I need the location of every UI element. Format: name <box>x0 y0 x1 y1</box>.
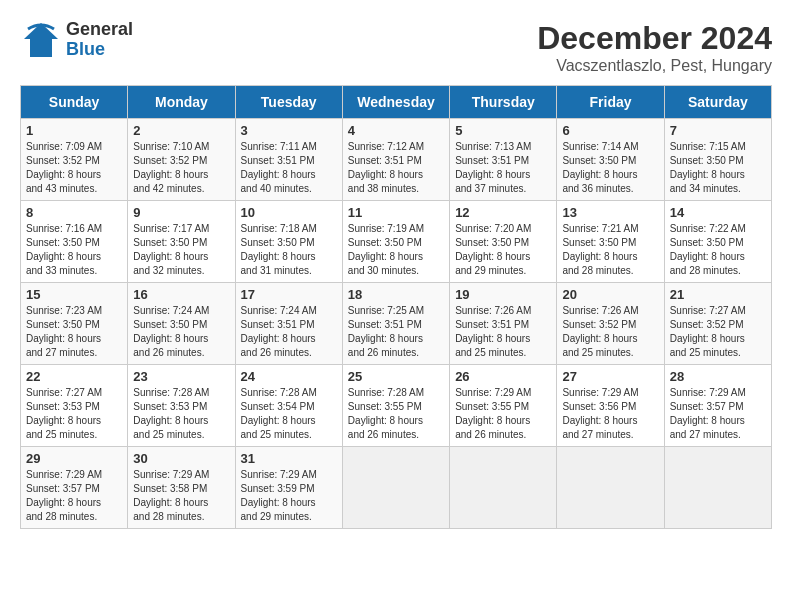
calendar-cell: 24Sunrise: 7:28 AMSunset: 3:54 PMDayligh… <box>235 365 342 447</box>
day-info-line: Sunrise: 7:15 AM <box>670 141 746 152</box>
calendar-cell: 4Sunrise: 7:12 AMSunset: 3:51 PMDaylight… <box>342 119 449 201</box>
calendar-cell: 18Sunrise: 7:25 AMSunset: 3:51 PMDayligh… <box>342 283 449 365</box>
header-row: SundayMondayTuesdayWednesdayThursdayFrid… <box>21 86 772 119</box>
day-number: 29 <box>26 451 122 466</box>
calendar-cell: 23Sunrise: 7:28 AMSunset: 3:53 PMDayligh… <box>128 365 235 447</box>
day-number: 26 <box>455 369 551 384</box>
day-info-line: Daylight: 8 hours <box>241 169 316 180</box>
day-info-line: Sunrise: 7:26 AM <box>455 305 531 316</box>
day-info-line: Sunset: 3:50 PM <box>562 155 636 166</box>
day-info-line: and 26 minutes. <box>455 429 526 440</box>
day-info-line: Daylight: 8 hours <box>670 251 745 262</box>
day-info-line: Sunset: 3:53 PM <box>26 401 100 412</box>
day-info-line: Sunrise: 7:09 AM <box>26 141 102 152</box>
day-number: 21 <box>670 287 766 302</box>
day-number: 22 <box>26 369 122 384</box>
day-info-line: Sunset: 3:51 PM <box>241 155 315 166</box>
day-info-line: and 29 minutes. <box>241 511 312 522</box>
day-info-line: Sunset: 3:52 PM <box>26 155 100 166</box>
day-content: Sunrise: 7:28 AMSunset: 3:55 PMDaylight:… <box>348 386 444 442</box>
day-info-line: Daylight: 8 hours <box>455 169 530 180</box>
calendar-cell: 2Sunrise: 7:10 AMSunset: 3:52 PMDaylight… <box>128 119 235 201</box>
day-content: Sunrise: 7:29 AMSunset: 3:58 PMDaylight:… <box>133 468 229 524</box>
day-content: Sunrise: 7:24 AMSunset: 3:50 PMDaylight:… <box>133 304 229 360</box>
day-content: Sunrise: 7:29 AMSunset: 3:57 PMDaylight:… <box>26 468 122 524</box>
logo-text: General Blue <box>66 20 133 60</box>
day-info-line: Sunset: 3:53 PM <box>133 401 207 412</box>
calendar-cell: 14Sunrise: 7:22 AMSunset: 3:50 PMDayligh… <box>664 201 771 283</box>
day-info-line: Sunset: 3:57 PM <box>670 401 744 412</box>
day-info-line: Daylight: 8 hours <box>670 415 745 426</box>
day-number: 15 <box>26 287 122 302</box>
day-content: Sunrise: 7:29 AMSunset: 3:55 PMDaylight:… <box>455 386 551 442</box>
calendar-cell: 11Sunrise: 7:19 AMSunset: 3:50 PMDayligh… <box>342 201 449 283</box>
calendar-week-2: 8Sunrise: 7:16 AMSunset: 3:50 PMDaylight… <box>21 201 772 283</box>
day-content: Sunrise: 7:26 AMSunset: 3:51 PMDaylight:… <box>455 304 551 360</box>
day-content: Sunrise: 7:11 AMSunset: 3:51 PMDaylight:… <box>241 140 337 196</box>
day-info-line: Daylight: 8 hours <box>26 497 101 508</box>
day-info-line: Daylight: 8 hours <box>241 333 316 344</box>
calendar-week-5: 29Sunrise: 7:29 AMSunset: 3:57 PMDayligh… <box>21 447 772 529</box>
header-day-tuesday: Tuesday <box>235 86 342 119</box>
day-info-line: Sunset: 3:57 PM <box>26 483 100 494</box>
day-number: 12 <box>455 205 551 220</box>
calendar-cell: 1Sunrise: 7:09 AMSunset: 3:52 PMDaylight… <box>21 119 128 201</box>
day-content: Sunrise: 7:29 AMSunset: 3:56 PMDaylight:… <box>562 386 658 442</box>
day-content: Sunrise: 7:26 AMSunset: 3:52 PMDaylight:… <box>562 304 658 360</box>
day-info-line: Sunrise: 7:29 AM <box>562 387 638 398</box>
day-content: Sunrise: 7:28 AMSunset: 3:53 PMDaylight:… <box>133 386 229 442</box>
day-info-line: Sunrise: 7:29 AM <box>26 469 102 480</box>
day-number: 6 <box>562 123 658 138</box>
day-info-line: Sunrise: 7:13 AM <box>455 141 531 152</box>
day-info-line: Sunset: 3:59 PM <box>241 483 315 494</box>
day-number: 4 <box>348 123 444 138</box>
day-info-line: Sunset: 3:55 PM <box>348 401 422 412</box>
day-content: Sunrise: 7:13 AMSunset: 3:51 PMDaylight:… <box>455 140 551 196</box>
day-info-line: Sunrise: 7:11 AM <box>241 141 317 152</box>
calendar-week-3: 15Sunrise: 7:23 AMSunset: 3:50 PMDayligh… <box>21 283 772 365</box>
calendar-table: SundayMondayTuesdayWednesdayThursdayFrid… <box>20 85 772 529</box>
calendar-cell: 5Sunrise: 7:13 AMSunset: 3:51 PMDaylight… <box>450 119 557 201</box>
day-info-line: and 26 minutes. <box>133 347 204 358</box>
day-info-line: and 25 minutes. <box>455 347 526 358</box>
day-info-line: Daylight: 8 hours <box>133 251 208 262</box>
day-info-line: Daylight: 8 hours <box>348 415 423 426</box>
day-content: Sunrise: 7:25 AMSunset: 3:51 PMDaylight:… <box>348 304 444 360</box>
day-content: Sunrise: 7:18 AMSunset: 3:50 PMDaylight:… <box>241 222 337 278</box>
day-info-line: and 28 minutes. <box>133 511 204 522</box>
calendar-cell: 9Sunrise: 7:17 AMSunset: 3:50 PMDaylight… <box>128 201 235 283</box>
calendar-cell <box>664 447 771 529</box>
day-info-line: Daylight: 8 hours <box>133 415 208 426</box>
calendar-cell: 15Sunrise: 7:23 AMSunset: 3:50 PMDayligh… <box>21 283 128 365</box>
day-info-line: Sunset: 3:50 PM <box>670 155 744 166</box>
day-info-line: Sunset: 3:51 PM <box>348 155 422 166</box>
day-content: Sunrise: 7:23 AMSunset: 3:50 PMDaylight:… <box>26 304 122 360</box>
day-info-line: and 38 minutes. <box>348 183 419 194</box>
day-number: 24 <box>241 369 337 384</box>
day-info-line: Sunrise: 7:21 AM <box>562 223 638 234</box>
day-info-line: Sunrise: 7:22 AM <box>670 223 746 234</box>
day-info-line: and 34 minutes. <box>670 183 741 194</box>
day-info-line: Sunset: 3:50 PM <box>455 237 529 248</box>
day-info-line: and 28 minutes. <box>26 511 97 522</box>
day-content: Sunrise: 7:10 AMSunset: 3:52 PMDaylight:… <box>133 140 229 196</box>
day-content: Sunrise: 7:27 AMSunset: 3:53 PMDaylight:… <box>26 386 122 442</box>
day-info-line: and 42 minutes. <box>133 183 204 194</box>
day-info-line: Sunrise: 7:26 AM <box>562 305 638 316</box>
calendar-cell: 20Sunrise: 7:26 AMSunset: 3:52 PMDayligh… <box>557 283 664 365</box>
calendar-cell: 10Sunrise: 7:18 AMSunset: 3:50 PMDayligh… <box>235 201 342 283</box>
calendar-cell: 17Sunrise: 7:24 AMSunset: 3:51 PMDayligh… <box>235 283 342 365</box>
day-info-line: and 43 minutes. <box>26 183 97 194</box>
calendar-cell: 3Sunrise: 7:11 AMSunset: 3:51 PMDaylight… <box>235 119 342 201</box>
calendar-cell: 26Sunrise: 7:29 AMSunset: 3:55 PMDayligh… <box>450 365 557 447</box>
day-info-line: Daylight: 8 hours <box>26 169 101 180</box>
calendar-cell: 31Sunrise: 7:29 AMSunset: 3:59 PMDayligh… <box>235 447 342 529</box>
day-content: Sunrise: 7:14 AMSunset: 3:50 PMDaylight:… <box>562 140 658 196</box>
calendar-week-1: 1Sunrise: 7:09 AMSunset: 3:52 PMDaylight… <box>21 119 772 201</box>
day-number: 30 <box>133 451 229 466</box>
calendar-cell: 29Sunrise: 7:29 AMSunset: 3:57 PMDayligh… <box>21 447 128 529</box>
day-content: Sunrise: 7:15 AMSunset: 3:50 PMDaylight:… <box>670 140 766 196</box>
day-info-line: Sunset: 3:51 PM <box>241 319 315 330</box>
day-info-line: and 32 minutes. <box>133 265 204 276</box>
day-info-line: and 31 minutes. <box>241 265 312 276</box>
